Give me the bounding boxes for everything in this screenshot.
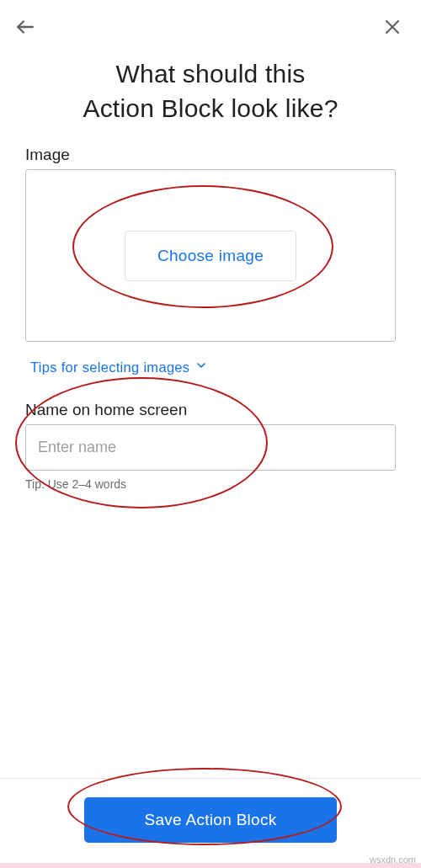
watermark: wsxdn.com [370,855,416,865]
name-tip: Tip: Use 2–4 words [25,477,396,491]
name-input[interactable] [25,424,396,471]
title-line-2: Action Block look like? [83,94,338,122]
image-section-label: Image [25,146,396,164]
footer: Save Action Block [0,778,421,843]
save-action-block-button[interactable]: Save Action Block [84,797,337,843]
tips-expand[interactable]: Tips for selecting images [30,359,396,375]
title-line-1: What should this [116,60,306,88]
name-section-label: Name on home screen [25,401,396,419]
choose-image-button[interactable]: Choose image [125,231,296,281]
image-preview-box: Choose image [25,169,396,342]
tips-label: Tips for selecting images [30,359,189,375]
bottom-accent-strip [0,863,421,868]
page-title: What should this Action Block look like? [0,47,421,146]
chevron-down-icon [195,359,208,375]
back-icon[interactable] [13,15,37,39]
close-icon[interactable] [381,15,404,39]
